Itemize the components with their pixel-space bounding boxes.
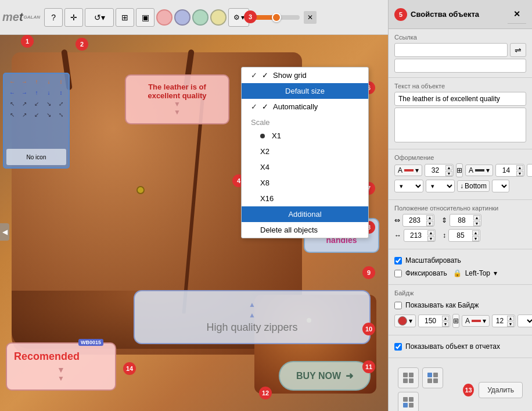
text-input[interactable] [394,92,526,106]
delete-all-item[interactable]: Delete all objects [242,222,368,238]
arrow-cell[interactable]: ↑ [31,76,42,87]
show-badge-checkbox[interactable] [394,302,402,309]
opacity-slider[interactable] [253,15,300,20]
delete-button[interactable]: Удалить [479,382,523,398]
text-color-button[interactable]: A ▾ [465,165,493,176]
arrow-cell[interactable]: ← [6,87,18,98]
arrow-cell[interactable]: ⤢ [55,98,67,109]
fix-checkbox[interactable] [394,270,402,277]
undo-button[interactable]: ↺▾ [85,8,114,27]
svg-rect-6 [427,378,432,383]
x1-item[interactable]: X1 [242,128,368,144]
close-toolbar-button[interactable]: ✕ [304,11,317,24]
callout-leather[interactable]: The leather is of excellent quality ▼ [125,74,229,124]
x4-item[interactable]: X4 [242,159,368,175]
bottom-icon-1[interactable] [398,367,419,388]
badge-style-select[interactable]: ▾ [517,314,532,327]
arrow-cell[interactable]: ↕ [55,76,67,87]
w-up[interactable]: ▲ [427,230,434,235]
font-size-2-down[interactable]: ▼ [516,171,523,176]
show-report-checkbox[interactable] [394,343,402,351]
arrow-cell[interactable]: ↙ [31,98,42,109]
badge-font-color-button[interactable]: A ▾ [462,315,490,327]
arrow-cell[interactable]: ↓ [43,87,55,98]
show-report-label: Показывать объект в отчетах [405,342,500,351]
lock-button[interactable]: ▣ [136,8,154,27]
arrow-cell[interactable]: → [19,76,30,87]
arrow-cell[interactable]: ⤡ [55,109,67,120]
arrow-cell[interactable]: ↙ [31,109,42,120]
additional-item[interactable]: Additional [242,206,368,222]
svg-rect-2 [403,378,408,383]
arrow-cell[interactable]: ↗ [19,98,30,109]
arrow-cell[interactable]: ← [6,76,18,87]
y-down[interactable]: ▼ [473,221,480,226]
badge-num-up[interactable]: ▲ [442,316,449,321]
arrow-cell[interactable]: ↑ [31,87,42,98]
y-up[interactable]: ▲ [473,215,480,220]
align-select-3[interactable]: ▾ [492,180,509,192]
arrow-cell[interactable]: ↘ [43,109,55,120]
x8-item[interactable]: X8 [242,175,368,191]
default-size-item[interactable]: Default size [242,83,368,99]
arrow-cell[interactable]: ↘ [43,98,55,109]
link-icon-button[interactable]: ⇌ [510,43,526,57]
arrow-cell[interactable]: ↖ [6,98,18,109]
text-color-bar [475,169,484,171]
color-yellow[interactable] [210,9,227,26]
scale-checkbox[interactable] [394,257,402,265]
badge-color-chevron: ▾ [409,317,412,325]
badge-font-up[interactable]: ▲ [507,316,514,321]
x-up[interactable]: ▲ [426,215,433,220]
color-blue[interactable] [174,9,190,26]
icon-grid-2 [427,372,438,384]
badge-9: 9 [362,266,375,279]
callout-zippers[interactable]: ▲ High quality zippers [134,290,371,344]
arrow-cell[interactable]: ↗ [19,109,30,120]
font-size-down[interactable]: ▼ [445,171,452,176]
arrow-cell[interactable]: ↓ [43,76,55,87]
no-icon-area[interactable]: No icon [6,149,66,165]
text-textarea[interactable] [394,108,526,142]
fix-mode-label: Left-Top [465,269,490,277]
move-button[interactable]: ✛ [64,8,83,27]
x16-item[interactable]: X16 [242,191,368,206]
scroll-left-arrow[interactable]: ◀ [0,223,9,241]
buy-now-button[interactable]: BUY NOW ➜ [279,361,371,391]
font-style-select[interactable]: ▾ [527,164,532,177]
align-select-2[interactable]: ▾ [426,180,455,192]
canvas-content: ← → ↑ ↓ ↕ ← → ↑ ↓ ↕ ↖ ↗ ↙ ↘ ⤢ ↖ ↗ ↙ ↘ ⤡ [0,35,388,411]
bottom-icon-2[interactable] [422,367,443,388]
arrow-cell[interactable]: → [19,87,30,98]
automatically-item[interactable]: ✓ Automatically [242,99,368,115]
help-button[interactable]: ? [44,8,63,27]
color-green[interactable] [192,9,209,26]
props-close-button[interactable]: ✕ [508,5,526,24]
font-size-2-up[interactable]: ▲ [516,165,523,170]
w-down[interactable]: ▼ [427,236,434,241]
badge-num-down[interactable]: ▼ [442,321,449,327]
x2-item[interactable]: X2 [242,144,368,159]
arrow-cell[interactable]: ↕ [55,87,67,98]
text-format-icon[interactable]: ⊞ [456,163,463,177]
x-down[interactable]: ▼ [426,221,433,226]
bottom-icon-3[interactable] [398,392,419,411]
grid-button[interactable]: ⊞ [116,8,134,27]
align-bottom-button[interactable]: ↓ Bottom [457,180,490,192]
link-input-2[interactable] [394,59,526,73]
show-grid-item[interactable]: ✓ Show grid [242,67,368,83]
badge-format-icon[interactable]: ⊞ [452,314,459,328]
h-down[interactable]: ▼ [472,236,479,241]
logo-sub: GALAN [24,15,40,20]
font-color-button[interactable]: A ▾ [394,165,422,176]
callout-recommended[interactable]: WB0015 Recomended ▼ [6,342,116,391]
color-pink[interactable] [156,9,172,26]
badge-font-down[interactable]: ▼ [507,321,514,327]
align-select-1[interactable]: ▾ [394,180,423,192]
link-input[interactable] [394,43,508,57]
slider-thumb[interactable] [272,13,281,22]
h-up[interactable]: ▲ [472,230,479,235]
arrow-cell[interactable]: ↖ [6,109,18,120]
font-size-up[interactable]: ▲ [445,165,452,170]
badge-color-button[interactable]: ▾ [394,314,416,327]
